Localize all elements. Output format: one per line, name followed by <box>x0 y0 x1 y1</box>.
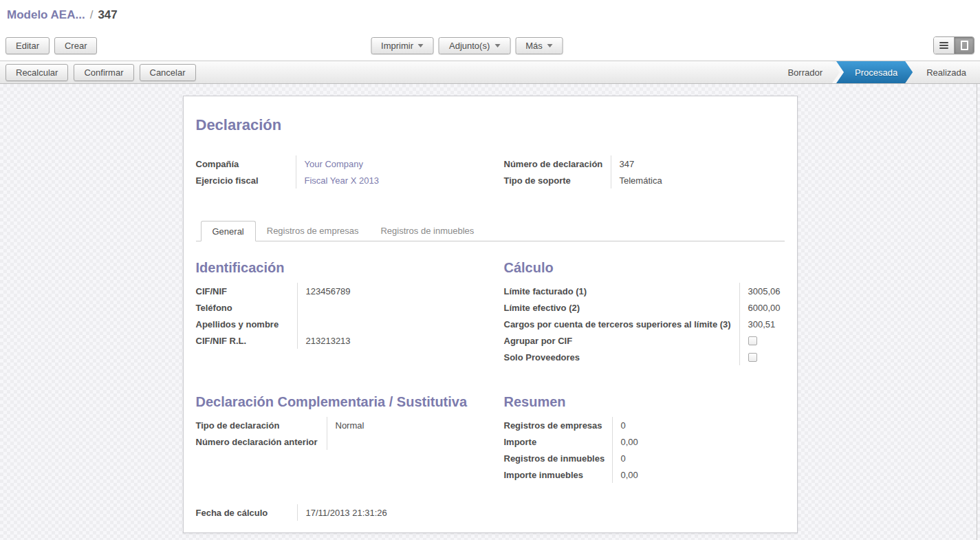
field-limite-facturado: Límite facturado (1) 3005,06 <box>504 283 785 299</box>
section-calculo: Cálculo Límite facturado (1) 3005,06 Lím… <box>490 260 785 365</box>
company-link[interactable]: Your Company <box>296 155 490 172</box>
field-label: Tipo de declaración <box>196 420 327 431</box>
tab-general[interactable]: General <box>201 221 256 241</box>
field-label: Importe <box>504 437 612 447</box>
field-solo-proveedores: Solo Proveedores <box>504 349 785 365</box>
section-identificacion: Identificación CIF/NIF 123456789 Teléfon… <box>196 260 490 365</box>
confirm-button[interactable]: Confirmar <box>74 64 133 81</box>
print-label: Imprimir <box>381 41 413 51</box>
tab-registros-inmuebles[interactable]: Registros de inmuebles <box>369 221 485 241</box>
breadcrumb-parent-link[interactable]: Modelo AEA... <box>7 8 85 22</box>
field-value: Normal <box>327 417 490 433</box>
fiscal-year-link[interactable]: Fiscal Year X 2013 <box>296 172 490 188</box>
field-importe: Importe 0,00 <box>504 433 785 450</box>
print-dropdown-button[interactable]: Imprimir <box>371 37 434 54</box>
status-step-realizada: Realizada <box>913 61 980 83</box>
field-label: Solo Proveedores <box>504 352 739 363</box>
solo-proveedores-checkbox[interactable] <box>748 353 757 362</box>
field-telefono: Teléfono <box>196 299 490 316</box>
field-label: Tipo de soporte <box>504 175 611 186</box>
field-label: Apellidos y nombre <box>196 319 297 330</box>
field-value: 6000,00 <box>739 299 785 316</box>
field-cif-nif-rl: CIF/NIF R.L. 213213213 <box>196 332 490 349</box>
field-numero-declaracion: Número de declaración 347 <box>504 155 785 172</box>
section-title: Cálculo <box>504 260 785 276</box>
field-compania: Compañía Your Company <box>196 155 490 172</box>
field-fecha-calculo: Fecha de cálculo 17/11/2013 21:31:26 <box>196 504 490 521</box>
field-label: Compañía <box>196 159 296 169</box>
status-step-label: Procesada <box>855 67 897 78</box>
form-icon <box>961 41 968 50</box>
field-label: Límite efectivo (2) <box>504 303 739 313</box>
section-resumen: Resumen Registros de empresas 0 Importe … <box>490 394 785 483</box>
section-complementaria: Declaración Complementaria / Sustitutiva… <box>196 394 490 483</box>
cancel-button[interactable]: Cancelar <box>140 64 196 81</box>
field-value <box>297 299 490 316</box>
field-importe-inmuebles: Importe inmuebles 0,00 <box>504 466 785 483</box>
view-switcher <box>933 36 974 54</box>
field-value <box>297 316 490 332</box>
field-label: Cargos por cuenta de terceros superiores… <box>504 319 739 330</box>
header-fields: Compañía Your Company Ejercicio fiscal F… <box>196 155 785 188</box>
field-apellidos-nombre: Apellidos y nombre <box>196 316 490 332</box>
field-value: 0 <box>612 450 785 466</box>
field-label: Número declaración anterior <box>196 437 327 447</box>
field-label: Ejercicio fiscal <box>196 175 296 186</box>
more-dropdown-button[interactable]: Más <box>515 37 563 54</box>
field-value: 123456789 <box>297 283 490 299</box>
field-cif-nif: CIF/NIF 123456789 <box>196 283 490 299</box>
field-label: Registros de inmuebles <box>504 453 612 464</box>
toolbar-left: Editar Crear <box>6 37 97 54</box>
field-value: 0 <box>612 417 785 433</box>
notebook-tabs: General Registros de empresas Registros … <box>196 221 785 241</box>
tab-registros-empresas[interactable]: Registros de empresas <box>256 221 370 241</box>
field-label: Importe inmuebles <box>504 470 612 480</box>
list-icon <box>939 41 948 50</box>
field-label: Agrupar por CIF <box>504 336 739 346</box>
field-label: CIF/NIF R.L. <box>196 336 297 346</box>
field-value: 17/11/2013 21:31:26 <box>297 504 490 521</box>
chevron-down-icon <box>494 44 500 47</box>
breadcrumb-current: 347 <box>98 8 117 22</box>
attachments-label: Adjunto(s) <box>449 41 490 51</box>
form-sheet: Declaración Compañía Your Company Ejerci… <box>183 96 798 533</box>
more-label: Más <box>525 41 543 51</box>
page-body: Declaración Compañía Your Company Ejerci… <box>0 84 980 540</box>
form-view-button[interactable] <box>954 37 974 54</box>
field-tipo-declaracion: Tipo de declaración Normal <box>196 417 490 433</box>
field-cargos-terceros: Cargos por cuenta de terceros superiores… <box>504 316 785 332</box>
field-value: 0,00 <box>612 466 785 483</box>
field-value: 347 <box>611 155 785 172</box>
app-window: Modelo AEA... / 347 Editar Crear Imprimi… <box>0 0 980 540</box>
field-value: 300,51 <box>739 316 785 332</box>
breadcrumb: Modelo AEA... / 347 <box>0 0 980 30</box>
field-value: 213213213 <box>297 332 490 349</box>
breadcrumb-separator: / <box>90 8 94 22</box>
sheet-title: Declaración <box>196 116 785 134</box>
status-step-procesada-active: Procesada <box>836 61 913 83</box>
chevron-down-icon <box>547 44 553 47</box>
list-view-button[interactable] <box>934 37 954 54</box>
toolbar: Editar Crear Imprimir Adjunto(s) Más <box>0 30 980 61</box>
agrupar-por-cif-checkbox[interactable] <box>748 336 757 345</box>
field-label: Número de declaración <box>504 159 611 169</box>
attachments-dropdown-button[interactable]: Adjunto(s) <box>439 37 510 54</box>
field-agrupar-por-cif: Agrupar por CIF <box>504 332 785 349</box>
section-title: Resumen <box>504 394 785 410</box>
field-label: Teléfono <box>196 303 297 313</box>
chevron-down-icon <box>418 44 424 47</box>
field-registros-empresas: Registros de empresas 0 <box>504 417 785 433</box>
field-tipo-soporte: Tipo de soporte Telemática <box>504 172 785 188</box>
field-label: Límite facturado (1) <box>504 286 739 296</box>
statusbar-buttons: Recalcular Confirmar Cancelar <box>6 64 196 81</box>
field-label: Registros de empresas <box>504 420 612 431</box>
status-steps: Borrador Procesada Realizada <box>774 61 980 83</box>
toolbar-center: Imprimir Adjunto(s) Más <box>371 30 563 61</box>
field-value: 3005,06 <box>739 283 785 299</box>
field-ejercicio-fiscal: Ejercicio fiscal Fiscal Year X 2013 <box>196 172 490 188</box>
section-title: Identificación <box>196 260 490 276</box>
recalculate-button[interactable]: Recalcular <box>6 64 68 81</box>
create-button[interactable]: Crear <box>54 37 98 54</box>
edit-button[interactable]: Editar <box>6 37 50 54</box>
statusbar: Recalcular Confirmar Cancelar Borrador P… <box>0 61 980 84</box>
